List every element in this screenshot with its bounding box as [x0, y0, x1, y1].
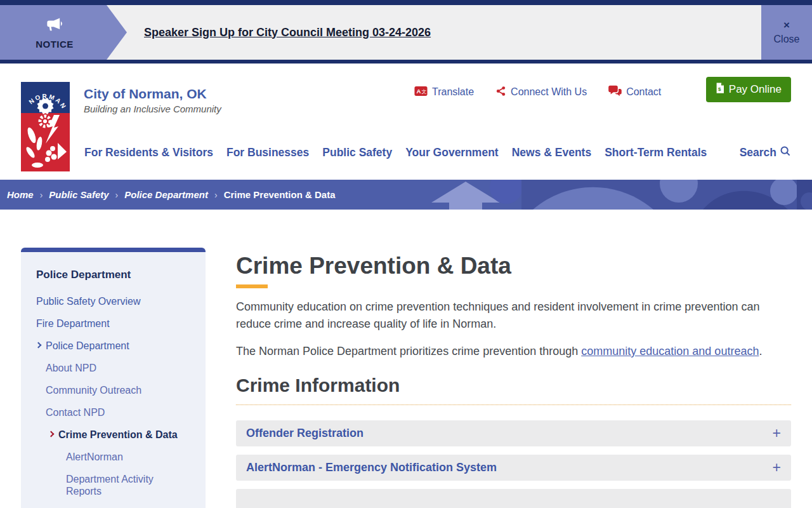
- intro-paragraph: Community education on crime prevention …: [236, 298, 791, 333]
- notice-banner: NOTICE Speaker Sign Up for City Council …: [0, 0, 812, 64]
- translate-label: Translate: [432, 86, 474, 98]
- sidebar-heading: Police Department: [36, 269, 190, 281]
- nav-public-safety[interactable]: Public Safety: [322, 146, 392, 159]
- site-title[interactable]: City of Norman, OK: [84, 86, 207, 102]
- nav-your-government[interactable]: Your Government: [405, 146, 499, 159]
- megaphone-icon: [45, 16, 64, 36]
- accordion-offender-registration[interactable]: Offender Registration +: [236, 420, 791, 446]
- notice-close-button[interactable]: × Close: [761, 5, 812, 60]
- breadcrumb-bar: Home › Public Safety › Police Department…: [0, 180, 812, 210]
- connect-with-us-label: Connect With Us: [511, 86, 587, 98]
- invoice-icon: $: [716, 83, 724, 97]
- site-tagline: Building an Inclusive Community: [84, 104, 221, 114]
- sidebar-accent-bar: [21, 248, 206, 252]
- pay-online-label: Pay Online: [729, 83, 782, 96]
- chevron-right-icon: ›: [40, 190, 43, 200]
- sidebar-item-about-npd[interactable]: About NPD: [46, 362, 190, 374]
- sidebar: Police Department Public Safety Overview…: [21, 248, 206, 508]
- page-title: Crime Prevention & Data: [236, 253, 791, 279]
- nav-residents-visitors[interactable]: For Residents & Visitors: [84, 146, 213, 159]
- chevron-right-icon: [36, 342, 42, 349]
- breadcrumb-home[interactable]: Home: [7, 189, 34, 200]
- sidebar-panel: Police Department Public Safety Overview…: [21, 252, 206, 508]
- city-logo[interactable]: NORMAN: [21, 82, 70, 171]
- chevron-right-icon: ›: [214, 190, 218, 200]
- magnifier-icon: [780, 145, 791, 160]
- sidebar-item-public-safety-overview[interactable]: Public Safety Overview: [36, 295, 190, 307]
- connect-with-us-link[interactable]: Connect With Us: [495, 86, 587, 99]
- svg-text:文: 文: [421, 89, 426, 95]
- breadcrumb: Home › Public Safety › Police Department…: [7, 180, 336, 210]
- accordion-alertnorman[interactable]: AlertNorman - Emergency Notification Sys…: [236, 455, 791, 481]
- share-icon: [495, 86, 506, 99]
- notice-link[interactable]: Speaker Sign Up for City Council Meeting…: [144, 26, 431, 39]
- search-label: Search: [740, 146, 776, 159]
- close-icon: ×: [783, 20, 790, 30]
- sidebar-item-police-department[interactable]: Police Department: [36, 340, 190, 352]
- main-nav: For Residents & Visitors For Businesses …: [84, 145, 791, 160]
- chevron-right-icon: [48, 431, 55, 438]
- site-header: NORMAN: [0, 64, 812, 180]
- utility-links: A 文 Translate Connect With Us: [414, 85, 661, 99]
- sidebar-item-crime-prevention-data[interactable]: Crime Prevention & Data: [49, 429, 190, 441]
- contact-label: Contact: [626, 86, 661, 98]
- breadcrumb-police-department[interactable]: Police Department: [124, 189, 208, 200]
- breadcrumb-public-safety[interactable]: Public Safety: [49, 189, 108, 200]
- sidebar-item-alertnorman[interactable]: AlertNorman: [66, 451, 190, 463]
- community-education-link[interactable]: community education and outreach: [581, 345, 759, 358]
- sidebar-item-department-activity-reports[interactable]: Department Activity Reports: [66, 473, 190, 497]
- breadcrumb-current: Crime Prevention & Data: [224, 189, 336, 200]
- nav-businesses[interactable]: For Businesses: [226, 146, 309, 159]
- translate-link[interactable]: A 文 Translate: [414, 86, 474, 99]
- breadcrumb-decoration: [406, 180, 812, 210]
- nav-news-events[interactable]: News & Events: [512, 146, 591, 159]
- svg-text:A: A: [417, 88, 421, 95]
- nav-short-term-rentals[interactable]: Short-Term Rentals: [605, 146, 707, 159]
- notice-label: NOTICE: [36, 39, 74, 50]
- accordion-list: Offender Registration + AlertNorman - Em…: [236, 420, 791, 508]
- translate-icon: A 文: [414, 86, 428, 99]
- sidebar-item-contact-npd[interactable]: Contact NPD: [46, 406, 190, 418]
- chevron-right-icon: ›: [115, 190, 119, 200]
- page: NOTICE Speaker Sign Up for City Council …: [0, 0, 812, 508]
- title-accent-bar: [236, 284, 268, 288]
- accordion-partial[interactable]: [236, 489, 791, 508]
- close-label: Close: [774, 34, 800, 45]
- section-heading: Crime Information: [236, 374, 791, 405]
- plus-icon: +: [773, 460, 781, 475]
- contact-link[interactable]: Contact: [608, 85, 661, 99]
- plus-icon: +: [773, 426, 781, 441]
- pay-online-button[interactable]: $ Pay Online: [706, 77, 791, 102]
- search-button[interactable]: Search: [740, 145, 791, 160]
- sidebar-item-community-outreach[interactable]: Community Outreach: [46, 384, 190, 396]
- main-content: Crime Prevention & Data Community educat…: [236, 253, 791, 508]
- chat-icon: [608, 85, 622, 99]
- notice-flag: NOTICE: [0, 5, 127, 60]
- sidebar-item-fire-department[interactable]: Fire Department: [36, 318, 190, 330]
- notice-banner-body: NOTICE Speaker Sign Up for City Council …: [0, 5, 812, 60]
- body-paragraph: The Norman Police Department prioritizes…: [236, 343, 791, 360]
- svg-text:$: $: [718, 86, 721, 92]
